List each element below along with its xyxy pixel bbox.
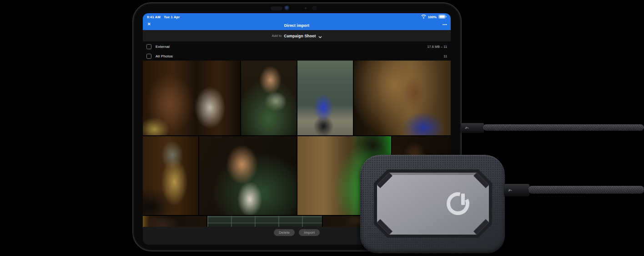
photo-thumbnail-3[interactable] bbox=[297, 61, 353, 135]
braided-cable-to-drive bbox=[528, 186, 644, 194]
thunderbolt-icon bbox=[508, 189, 513, 192]
photo-thumbnail-6[interactable] bbox=[199, 136, 297, 215]
app-header: ✕ Direct import ••• bbox=[143, 21, 451, 30]
ssd-faceplate bbox=[374, 169, 492, 238]
front-camera-lens bbox=[284, 5, 290, 11]
source-label: External bbox=[156, 45, 170, 49]
delete-button[interactable]: Delete bbox=[274, 229, 295, 236]
more-options-icon[interactable]: ••• bbox=[443, 22, 447, 26]
usb-c-connector-ipad bbox=[461, 123, 484, 133]
source-meta: 17.6 MB – 11 bbox=[427, 45, 447, 48]
add-to-label: Add to bbox=[272, 34, 282, 38]
status-date: Tue 1 Apr bbox=[164, 15, 180, 19]
add-to-bar[interactable]: Add to Campaign Shoot bbox=[143, 30, 451, 41]
status-bar: 9:41 AM Tue 1 Apr 100% bbox=[143, 13, 451, 21]
status-time: 9:41 AM bbox=[147, 15, 161, 19]
checkbox-external[interactable] bbox=[146, 44, 151, 49]
selected-album[interactable]: Campaign Shoot bbox=[284, 34, 316, 38]
front-camera-mic-dot bbox=[305, 7, 307, 9]
source-row-external[interactable]: External 17.6 MB – 11 bbox=[143, 41, 451, 51]
photo-thumbnail-1[interactable] bbox=[143, 61, 240, 135]
photo-thumbnail-4[interactable] bbox=[354, 61, 451, 135]
battery-icon bbox=[438, 15, 447, 20]
photo-thumbnail-5[interactable] bbox=[143, 136, 198, 215]
braided-cable-to-ipad bbox=[483, 124, 644, 131]
photo-thumbnail-10[interactable] bbox=[207, 216, 322, 227]
photo-thumbnail-2[interactable] bbox=[241, 61, 297, 135]
thunderbolt-icon bbox=[465, 127, 469, 129]
portable-ssd-drive bbox=[360, 155, 505, 253]
import-button[interactable]: Import bbox=[299, 229, 320, 236]
source-meta: 11 bbox=[443, 55, 447, 58]
checkbox-all-photos[interactable] bbox=[146, 54, 151, 59]
wifi-icon bbox=[421, 15, 426, 20]
source-label: All Photos bbox=[156, 54, 173, 58]
front-camera-pill bbox=[271, 6, 282, 10]
close-icon[interactable]: ✕ bbox=[147, 22, 151, 26]
page-title: Direct import bbox=[143, 23, 451, 28]
chevron-down-icon bbox=[318, 32, 322, 40]
photo-thumbnail-9[interactable] bbox=[143, 216, 206, 227]
scene: 9:41 AM Tue 1 Apr 100% bbox=[0, 0, 644, 256]
usb-c-connector-drive bbox=[504, 184, 529, 196]
battery-percentage: 100% bbox=[428, 15, 437, 19]
front-camera-sensor bbox=[312, 5, 317, 10]
source-row-all-photos[interactable]: All Photos 11 bbox=[143, 51, 451, 61]
